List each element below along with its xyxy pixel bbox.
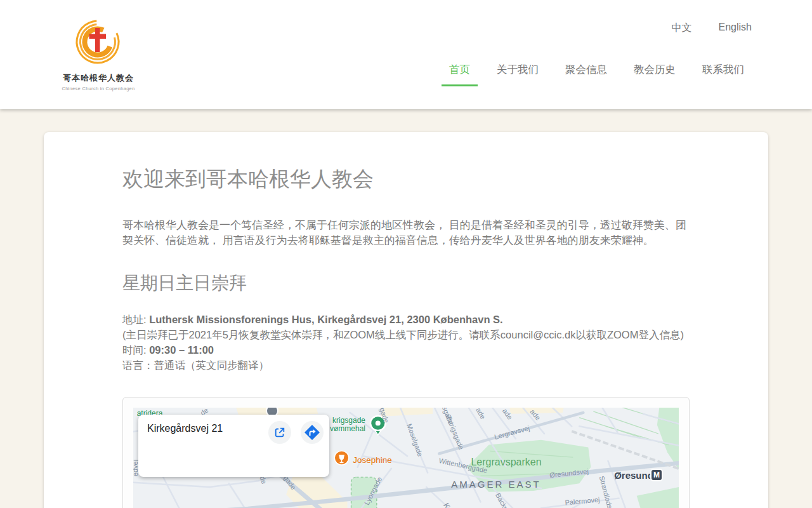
site-header: 哥本哈根华人教会 Chinese Church in Copenhagen 中文… — [0, 0, 812, 109]
map-place-card: Kirkegårdsvej 21 — [138, 415, 329, 477]
service-title: 星期日主日崇拜 — [122, 271, 690, 295]
intro-paragraph: 哥本哈根华人教会是一个笃信圣经，不属于任何宗派的地区性教会， 目的是借着圣经和圣… — [122, 218, 690, 248]
map-embed-frame: atrideradekrigsgadevømmehalJosephinegade… — [122, 397, 690, 508]
open-in-maps-button[interactable] — [268, 421, 291, 444]
nav-item-about[interactable]: 关于我们 — [489, 63, 546, 86]
nav-item-history[interactable]: 教会历史 — [626, 63, 683, 86]
page-title: 欢迎来到哥本哈根华人教会 — [122, 165, 690, 194]
nav-item-home[interactable]: 首页 — [442, 63, 478, 86]
lang-english-link[interactable]: English — [719, 22, 752, 35]
open-in-new-icon — [274, 427, 285, 438]
site-logo[interactable]: 哥本哈根华人教会 Chinese Church in Copenhagen — [59, 18, 138, 91]
lang-chinese-link[interactable]: 中文 — [672, 22, 692, 35]
language-switcher: 中文 English — [430, 22, 752, 35]
address-value: Luthersk Missionsforenings Hus, Kirkegår… — [149, 314, 503, 325]
language-line: 语言：普通话（英文同步翻译） — [122, 358, 690, 373]
directions-icon — [303, 424, 321, 441]
logo-subtitle: Chinese Church in Copenhagen — [59, 86, 138, 91]
address-line: 地址: Luthersk Missionsforenings Hus, Kirk… — [122, 312, 690, 327]
place-card-title: Kirkegårdsvej 21 — [147, 423, 223, 434]
church-logo-icon — [72, 18, 125, 69]
nav-item-contact[interactable]: 联系我们 — [695, 63, 752, 86]
nav-item-meetings[interactable]: 聚会信息 — [558, 63, 615, 86]
logo-title: 哥本哈根华人教会 — [59, 72, 138, 84]
google-map[interactable]: atrideradekrigsgadevømmehalJosephinegade… — [133, 408, 679, 508]
time-line: 时间: 09:30 – 11:00 — [122, 342, 690, 358]
address-label: 地址: — [122, 314, 147, 325]
time-label: 时间: — [122, 344, 147, 356]
bar-poi-icon[interactable] — [334, 450, 349, 465]
main-card: 欢迎来到哥本哈根华人教会 哥本哈根华人教会是一个笃信圣经，不属于任何宗派的地区性… — [44, 132, 768, 508]
time-value: 09:30 – 11:00 — [149, 344, 214, 356]
directions-button[interactable] — [301, 421, 324, 444]
main-nav: 首页 关于我们 聚会信息 教会历史 联系我们 — [430, 63, 752, 86]
covid-note: (主日崇拜已于2021年5月恢复教堂实体崇拜，和ZOOM线上线下同步进行。请联系… — [122, 327, 690, 342]
cross-icon — [95, 28, 100, 52]
